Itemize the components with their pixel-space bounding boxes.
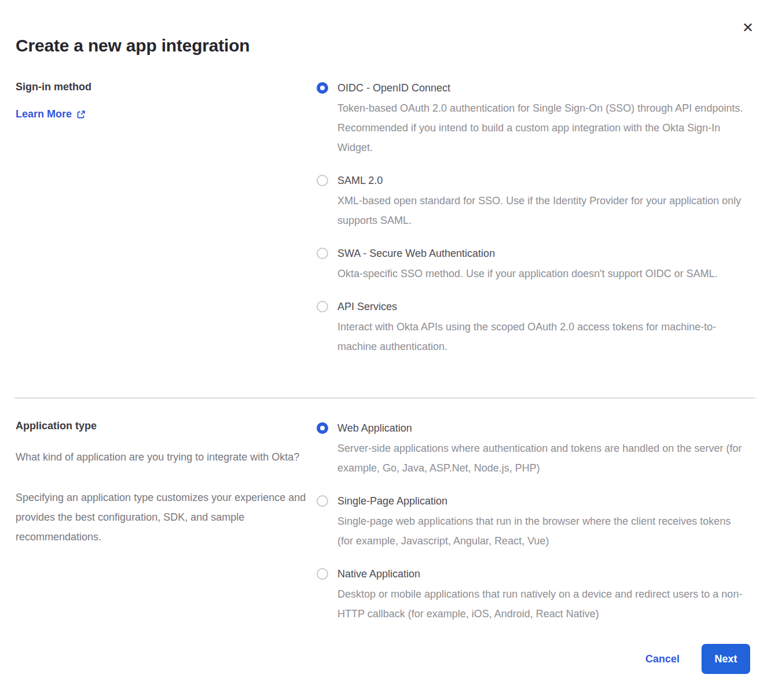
radio-option-label: Web Application — [337, 420, 749, 436]
radio-option-label: SWA - Secure Web Authentication — [337, 245, 718, 261]
radio-option-text: SAML 2.0 XML-based open standard for SSO… — [337, 172, 749, 230]
radio-option-label: Native Application — [337, 566, 749, 582]
radio-icon[interactable] — [317, 422, 328, 434]
application-type-label: Application type — [16, 420, 308, 432]
radio-icon[interactable] — [317, 568, 328, 580]
radio-option-text: SWA - Secure Web Authentication Okta-spe… — [337, 245, 718, 283]
radio-option-text: API Services Interact with Okta APIs usi… — [337, 299, 749, 356]
radio-icon[interactable] — [317, 495, 328, 507]
radio-option-description: Single-page web applications that run in… — [337, 511, 749, 551]
external-link-icon — [76, 110, 86, 119]
radio-option-label: SAML 2.0 — [337, 172, 749, 189]
radio-option[interactable]: Web Application Server-side applications… — [316, 420, 749, 478]
radio-option[interactable]: Single-Page Application Single-page web … — [316, 493, 749, 551]
radio-icon[interactable] — [317, 82, 328, 94]
radio-option[interactable]: Native Application Desktop or mobile app… — [316, 566, 749, 624]
radio-option-text: OIDC - OpenID Connect Token-based OAuth … — [337, 80, 749, 157]
radio-option-description: Server-side applications where authentic… — [337, 439, 749, 478]
signin-method-left-column: Sign-in method Learn More — [16, 81, 308, 120]
radio-option-description: XML-based open standard for SSO. Use if … — [337, 191, 749, 230]
radio-option-description: Interact with Okta APIs using the scoped… — [337, 317, 749, 356]
footer-actions: Cancel Next — [645, 644, 750, 674]
radio-option[interactable]: API Services Interact with Okta APIs usi… — [316, 299, 749, 356]
section-divider — [14, 397, 755, 399]
cancel-button[interactable]: Cancel — [645, 653, 680, 665]
radio-option-label: Single-Page Application — [337, 493, 749, 509]
application-type-options: Web Application Server-side applications… — [316, 420, 749, 639]
page-title: Create a new app integration — [16, 36, 249, 56]
learn-more-link[interactable]: Learn More — [16, 108, 86, 120]
close-icon[interactable]: ✕ — [742, 21, 754, 35]
radio-option[interactable]: SWA - Secure Web Authentication Okta-spe… — [316, 245, 749, 283]
signin-method-options: OIDC - OpenID Connect Token-based OAuth … — [316, 80, 749, 371]
learn-more-label: Learn More — [16, 108, 72, 120]
radio-icon[interactable] — [317, 301, 328, 312]
radio-option[interactable]: SAML 2.0 XML-based open standard for SSO… — [316, 172, 749, 230]
radio-icon[interactable] — [317, 248, 328, 259]
radio-option-description: Okta-specific SSO method. Use if your ap… — [337, 264, 718, 283]
application-type-explanation: Specifying an application type customize… — [16, 488, 308, 547]
radio-option-text: Web Application Server-side applications… — [337, 420, 749, 478]
radio-option-description: Desktop or mobile applications that run … — [337, 584, 749, 624]
signin-method-label: Sign-in method — [16, 81, 308, 93]
radio-icon[interactable] — [317, 175, 328, 186]
radio-option-text: Native Application Desktop or mobile app… — [337, 566, 749, 624]
application-type-question: What kind of application are you trying … — [16, 447, 308, 467]
radio-option-text: Single-Page Application Single-page web … — [337, 493, 749, 551]
radio-option-label: OIDC - OpenID Connect — [337, 80, 749, 96]
application-type-left-column: Application type What kind of applicatio… — [16, 420, 308, 568]
radio-option-description: Token-based OAuth 2.0 authentication for… — [337, 98, 749, 157]
next-button[interactable]: Next — [702, 644, 750, 674]
radio-option-label: API Services — [337, 299, 749, 315]
radio-option[interactable]: OIDC - OpenID Connect Token-based OAuth … — [316, 80, 749, 157]
